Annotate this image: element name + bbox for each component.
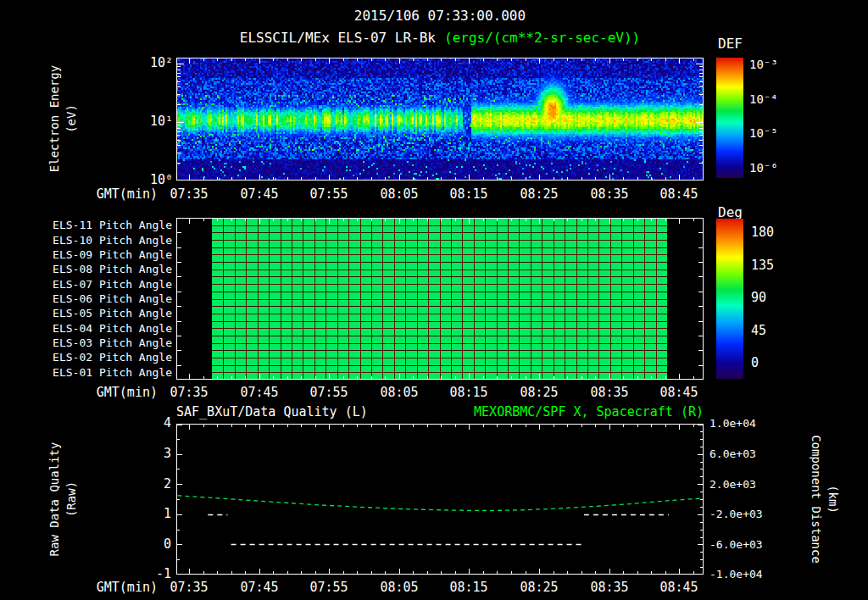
orbit-title-right: MEXORBMC/SPF X, Spacecraft (R) <box>474 406 704 419</box>
time-tick-label: 07:45 <box>240 188 278 201</box>
def-colorbar <box>716 58 743 178</box>
pitch-angle-canvas <box>176 218 704 380</box>
pitch-row-label: ELS-05 Pitch Angle <box>34 308 172 319</box>
time-tick-label: 07:55 <box>309 386 348 399</box>
quality-tick-label: 2 <box>132 478 171 491</box>
time-tick-label: 08:15 <box>449 188 487 201</box>
time-tick-label: 08:05 <box>380 581 418 594</box>
time-tick-label: 07:35 <box>170 581 208 594</box>
time-tick-label: 08:45 <box>659 581 698 594</box>
units-label: (ergs/(cm**2-sr-sec-eV)) <box>444 31 640 45</box>
time-tick-label: 08:35 <box>590 386 628 399</box>
deg-tick-label: 45 <box>751 325 766 337</box>
bottom-panel-titles: SAF_BXuT/Data Quality (L) MEXORBMC/SPF X… <box>176 406 704 419</box>
pitch-row-label: ELS-09 Pitch Angle <box>34 249 172 260</box>
quality-tick-label: 3 <box>132 447 171 460</box>
time-tick-label: 07:45 <box>240 581 278 594</box>
quality-title-left: SAF_BXuT/Data Quality (L) <box>176 406 368 419</box>
spectrogram-ylabel-line2: (eV) <box>65 104 77 133</box>
time-tick-label: 08:25 <box>520 386 558 399</box>
time-tick-label: 08:45 <box>659 386 698 399</box>
time-tick-label: 08:15 <box>449 581 487 594</box>
time-tick-label: 07:35 <box>170 386 208 399</box>
time-tick-label: 08:35 <box>590 188 628 201</box>
gmt-label: GMT(min) <box>81 386 158 399</box>
gmt-label: GMT(min) <box>81 188 158 201</box>
pitch-row-label: ELS-08 Pitch Angle <box>34 264 172 275</box>
energy-tick-label: 10⁰ <box>132 174 173 186</box>
pitch-time-axis: 07:35 07:45 07:55 08:05 08:15 08:25 08:3… <box>176 386 704 400</box>
deg-tick-label: 0 <box>751 357 759 369</box>
spectrogram-time-axis: 07:35 07:45 07:55 08:05 08:15 08:25 08:3… <box>176 188 704 202</box>
deg-tick-label: 180 <box>751 226 774 239</box>
deg-colorbar <box>716 219 743 379</box>
pitch-row-label: ELS-07 Pitch Angle <box>34 279 172 290</box>
pitch-row-label: ELS-10 Pitch Angle <box>34 235 172 246</box>
deg-tick-label: 90 <box>751 292 766 304</box>
gmt-label: GMT(min) <box>81 581 158 594</box>
deg-colorbar-title: Deg <box>718 206 743 219</box>
quality-tick-label: -1 <box>132 568 171 581</box>
def-colorbar-title: DEF <box>718 37 743 51</box>
quality-distance-canvas <box>176 424 704 575</box>
distance-tick-label: 2.0e+03 <box>709 479 764 490</box>
distance-ylabel-line2: (km) <box>827 485 839 514</box>
def-tick-label: 10⁻⁶ <box>749 162 778 174</box>
pitch-row-label: ELS-02 Pitch Angle <box>34 352 172 363</box>
quality-ylabel-line1: Raw Data Quality <box>48 442 60 557</box>
def-tick-label: 10⁻³ <box>749 58 778 70</box>
time-tick-label: 07:55 <box>309 581 348 594</box>
time-tick-label: 08:25 <box>520 581 558 594</box>
time-tick-label: 08:25 <box>520 188 558 201</box>
def-tick-label: 10⁻⁵ <box>749 127 778 139</box>
distance-tick-label: -2.0e+03 <box>709 508 764 519</box>
time-tick-label: 07:45 <box>240 386 278 399</box>
pitch-row-label: ELS-11 Pitch Angle <box>34 219 172 231</box>
quality-tick-label: 1 <box>132 508 171 520</box>
distance-tick-label: -6.0e+03 <box>709 539 764 550</box>
quality-tick-label: 0 <box>132 538 171 551</box>
energy-tick-label: 10² <box>132 57 173 69</box>
spectrogram-ylabel-line1: Electron Energy <box>48 65 60 172</box>
time-tick-label: 07:35 <box>170 188 208 201</box>
time-tick-label: 08:05 <box>380 188 418 201</box>
distance-ylabel-line1: Component Distance <box>810 435 822 564</box>
distance-tick-label: 1.0e+04 <box>709 418 764 429</box>
pitch-row-label: ELS-06 Pitch Angle <box>34 293 172 304</box>
time-tick-label: 07:55 <box>309 188 348 201</box>
electron-spectrogram-canvas <box>176 58 704 181</box>
time-tick-label: 08:45 <box>659 188 698 201</box>
distance-tick-label: -1.0e+04 <box>709 569 764 580</box>
timestamp-title: 2015/106 07:33:00.000 <box>176 9 704 23</box>
pitch-row-label: ELS-01 Pitch Angle <box>34 367 172 378</box>
pitch-row-label: ELS-04 Pitch Angle <box>34 323 172 334</box>
deg-tick-label: 135 <box>751 259 774 272</box>
time-tick-label: 08:05 <box>380 386 418 399</box>
distance-tick-label: 6.0e+03 <box>709 448 764 459</box>
energy-tick-label: 10¹ <box>132 115 173 128</box>
time-tick-label: 08:35 <box>590 581 628 594</box>
instrument-title: ELSSCIL/MEx ELS-07 LR-Bk <box>240 31 436 45</box>
els-quicklook-screen: 2015/106 07:33:00.000 ELSSCIL/MEx ELS-07… <box>0 0 868 600</box>
plot-title: ELSSCIL/MEx ELS-07 LR-Bk (ergs/(cm**2-sr… <box>176 31 704 45</box>
quality-time-axis: 07:35 07:45 07:55 08:05 08:15 08:25 08:3… <box>176 581 704 595</box>
quality-tick-label: 4 <box>132 417 171 430</box>
time-tick-label: 08:15 <box>449 386 487 399</box>
pitch-row-label: ELS-03 Pitch Angle <box>34 337 172 348</box>
def-tick-label: 10⁻⁴ <box>749 93 778 105</box>
quality-ylabel-line2: (Raw) <box>65 481 77 517</box>
